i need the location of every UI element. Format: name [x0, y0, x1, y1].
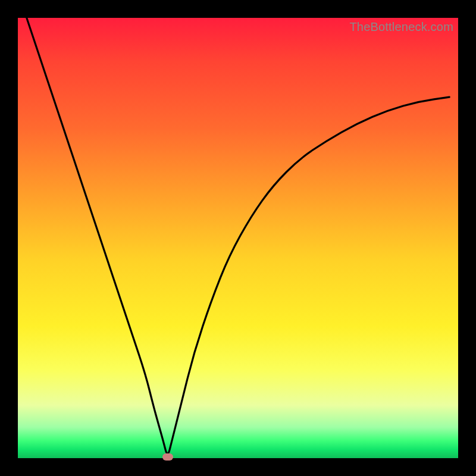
- curve-path: [27, 18, 449, 454]
- min-marker: [162, 453, 173, 461]
- chart-frame: TheBottleneck.com: [0, 0, 476, 476]
- bottleneck-curve: [18, 18, 458, 458]
- plot-area: TheBottleneck.com: [18, 18, 458, 458]
